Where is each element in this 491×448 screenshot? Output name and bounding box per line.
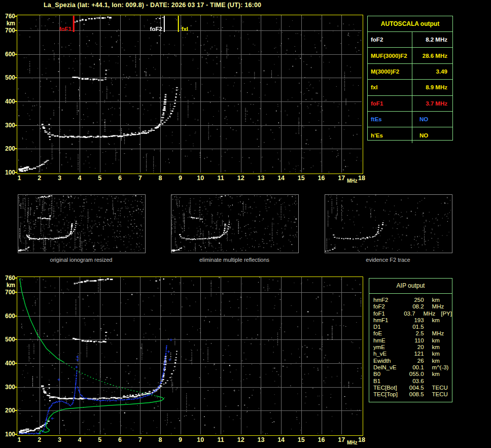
aip-param-value: 004.5 — [403, 385, 424, 391]
y-axis-tick — [15, 410, 17, 411]
x-axis-label: 15 — [295, 175, 308, 182]
x-axis-label: 9 — [174, 175, 187, 182]
aip-param-value: 055.0 — [403, 371, 424, 377]
autoscala-param-name: foF2 — [368, 32, 412, 47]
x-axis-label: 12 — [234, 436, 248, 443]
y-axis-label: 500 — [0, 74, 15, 81]
aip-row: foF103.7MHz[PY] — [373, 311, 452, 317]
station-date-header: La_Spezia (lat: +44.1, lon: 009.8) - DAT… — [44, 2, 261, 9]
aip-param-unit: km — [432, 344, 452, 351]
aip-row: ymE20km — [373, 344, 452, 351]
y-axis-tick — [15, 16, 17, 17]
y-axis-label: 700 — [0, 27, 15, 34]
y-axis-tick — [15, 339, 17, 340]
aip-param-name: hmF1 — [373, 317, 403, 324]
autoscala-row: foF28.2 MHz — [368, 32, 452, 48]
y-axis-tick — [15, 54, 17, 55]
x-axis-label: 6 — [114, 175, 127, 182]
aip-param-name: ymE — [373, 344, 403, 351]
x-axis-label: 8 — [154, 436, 167, 443]
thumbnail-eliminate-reflections — [171, 194, 299, 253]
aip-row: foF208.2MHz — [373, 303, 452, 310]
aip-param-value: 193 — [403, 317, 424, 324]
aip-row: Ewidth26km — [373, 358, 452, 364]
autoscala-table-title: AUTOSCALA output — [368, 16, 452, 32]
y-axis-tick — [15, 77, 17, 78]
x-axis-label: 2 — [33, 436, 46, 443]
y-axis-label: 760 — [0, 274, 15, 282]
thumbnail-canvas-reflections — [171, 195, 297, 252]
aip-param-name: foF2 — [373, 303, 403, 310]
autoscala-param-value: NO — [412, 132, 452, 139]
y-axis-tick — [15, 172, 17, 173]
autoscala-param-value: 8.9 MHz — [412, 84, 452, 90]
aip-param-name: h_vE — [373, 351, 403, 357]
y-axis-tick — [15, 316, 17, 317]
autoscala-output-table: AUTOSCALA output foF28.2 MHzMUF(3000)F22… — [367, 16, 453, 141]
thumbnail-caption-original: original ionogram resized — [18, 257, 145, 263]
thumbnail-caption-f2: evidence F2 trace — [325, 257, 451, 263]
aip-param-unit: MHz — [424, 311, 440, 317]
aip-param-unit: km — [432, 358, 452, 364]
aip-param-value: 110 — [403, 337, 424, 344]
ionogram-canvas-top — [17, 15, 362, 173]
x-axis-label: 5 — [93, 175, 107, 182]
aip-param-name: DelN_vE — [373, 364, 403, 371]
autoscala-row: h'EsNO — [368, 127, 452, 143]
x-axis-label: 13 — [254, 175, 267, 182]
y-axis-unit-label: km — [0, 282, 15, 289]
aip-param-value: 121 — [403, 351, 424, 357]
aip-param-unit: TECU — [432, 391, 452, 398]
aip-row: B0055.0km — [373, 371, 452, 377]
autoscala-param-name: h'Es — [368, 127, 412, 143]
autoscala-row: fxI8.9 MHz — [368, 80, 452, 95]
marker-label-foF1: foF1 — [55, 26, 72, 32]
autoscala-param-value: 3.49 — [412, 68, 452, 75]
thumbnail-canvas-f2 — [325, 195, 451, 252]
x-axis-label: 15 — [295, 436, 308, 443]
aip-row: D101.5 — [373, 324, 452, 330]
x-axis-label: 14 — [274, 175, 288, 182]
y-axis-tick — [15, 434, 17, 435]
autoscala-param-value: 3.7 MHz — [412, 100, 452, 107]
y-axis-label: 400 — [0, 98, 15, 105]
aip-param-unit: TECU — [432, 385, 452, 391]
autoscala-param-name: foF1 — [368, 96, 412, 111]
autoscala-param-name: ftEs — [368, 112, 412, 127]
thumbnail-original-ionogram — [18, 194, 146, 253]
aip-param-unit: km — [432, 371, 452, 377]
y-axis-tick — [15, 30, 17, 31]
autoscala-row: foF13.7 MHz — [368, 96, 452, 112]
aip-param-name: TEC[Bot] — [373, 385, 403, 391]
aip-param-unit: MHz — [432, 303, 452, 310]
x-axis-label: 3 — [53, 175, 66, 182]
autoscala-param-name: fxI — [368, 80, 412, 95]
y-axis-tick — [15, 363, 17, 364]
autoscala-param-name: M(3000)F2 — [368, 64, 412, 79]
thumbnail-caption-reflections: eliminate multiple reflections — [171, 257, 298, 263]
autoscala-row: ftEsNO — [368, 112, 452, 127]
aip-param-name: hmE — [373, 337, 403, 344]
aip-param-unit — [432, 324, 452, 330]
x-axis-label: 17 — [335, 175, 348, 182]
y-axis-tick — [15, 148, 17, 149]
aip-param-value: 00.1 — [403, 364, 424, 371]
thumbnail-canvas-original — [18, 195, 144, 252]
aip-row: TEC[Top]008.5TECU — [373, 391, 452, 398]
aip-param-name: Ewidth — [373, 358, 403, 364]
ionogram-plot-bottom — [17, 277, 363, 436]
aip-param-unit: m^(-3) — [432, 364, 452, 371]
x-axis-label: 2 — [33, 175, 46, 182]
autoscala-row: M(3000)F23.49 — [368, 64, 452, 80]
ionogram-plot-top: foF1foF2fxI — [17, 15, 363, 174]
marker-label-foF2: foF2 — [146, 26, 162, 32]
aip-param-value: 01.5 — [403, 324, 424, 330]
y-axis-label: 600 — [0, 51, 15, 58]
y-axis-label: 400 — [0, 360, 15, 367]
y-axis-tick — [15, 387, 17, 388]
aip-param-value: 03.7 — [398, 311, 415, 317]
x-axis-unit-label: MHz — [347, 178, 358, 184]
aip-param-name: hmF2 — [373, 297, 403, 303]
autoscala-row: MUF(3000)F228.6 MHz — [368, 48, 452, 63]
aip-row: TEC[Bot]004.5TECU — [373, 385, 452, 391]
